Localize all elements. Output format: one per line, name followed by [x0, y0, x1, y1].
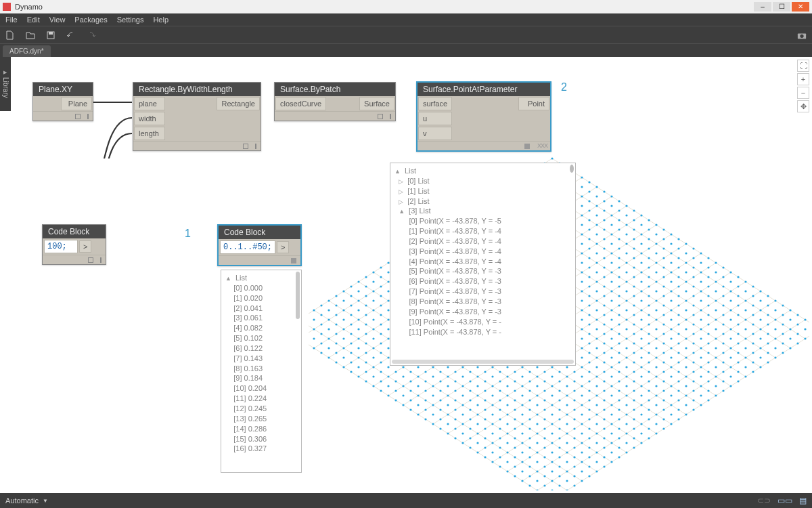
open-icon[interactable]: [26, 30, 35, 40]
svg-point-924: [469, 427, 471, 429]
svg-point-413: [595, 224, 597, 226]
tab-file[interactable]: ADFG.dyn*: [3, 45, 51, 57]
outport-point[interactable]: Point: [518, 97, 549, 110]
svg-point-1009: [685, 318, 687, 320]
svg-point-1344: [737, 371, 739, 373]
menu-packages[interactable]: Packages: [74, 16, 107, 24]
svg-point-444: [365, 371, 367, 373]
3d-view-icon[interactable]: ▭▭: [777, 496, 792, 505]
node-code-block-2[interactable]: Code Block 0..1..#50; >: [217, 224, 302, 266]
outport-plane[interactable]: Plane: [61, 97, 92, 110]
scrollbar-horizontal[interactable]: [392, 360, 574, 364]
menu-help[interactable]: Help: [153, 16, 168, 24]
outport-code[interactable]: >: [79, 240, 91, 253]
svg-point-557: [655, 224, 657, 226]
svg-point-1335: [804, 328, 806, 330]
svg-point-1150: [767, 304, 769, 306]
svg-point-1400: [603, 465, 605, 467]
inport-width[interactable]: width: [134, 112, 165, 125]
undo-icon[interactable]: [66, 30, 76, 40]
svg-point-1047: [685, 328, 687, 330]
svg-point-776: [439, 408, 441, 410]
inport-closedcurve[interactable]: closedCurve: [275, 97, 326, 110]
svg-point-916: [528, 389, 531, 391]
run-mode[interactable]: Automatic: [5, 496, 39, 505]
svg-point-853: [715, 261, 717, 263]
svg-point-993: [521, 413, 523, 415]
save-icon[interactable]: [46, 30, 55, 40]
svg-point-968: [707, 295, 709, 297]
svg-point-1342: [752, 361, 754, 363]
menu-view[interactable]: View: [49, 16, 66, 24]
detail-view-icon[interactable]: ▤: [799, 496, 807, 505]
outport-surface[interactable]: Surface: [359, 97, 394, 110]
svg-point-1308: [722, 371, 724, 373]
svg-point-1173: [595, 413, 597, 415]
svg-point-1061: [581, 394, 583, 396]
close-button[interactable]: ✕: [792, 2, 809, 12]
preview-list-codeblock[interactable]: ▲ List [0] 0.000 [1] 0.020 [2] 0.041 [3]…: [221, 270, 302, 473]
node-code-block-1[interactable]: Code Block 100; >: [42, 224, 106, 265]
svg-point-1396: [633, 446, 635, 448]
svg-point-1006: [707, 304, 709, 306]
svg-point-1288: [588, 446, 590, 448]
svg-point-1135: [595, 404, 597, 406]
run-mode-caret-icon[interactable]: ▼: [43, 498, 48, 504]
pan-icon[interactable]: ✥: [797, 100, 809, 112]
svg-point-1024: [573, 389, 575, 391]
svg-point-1184: [514, 465, 516, 467]
new-file-icon[interactable]: [5, 30, 15, 40]
svg-point-841: [521, 375, 523, 377]
inport-plane[interactable]: plane: [134, 97, 165, 110]
svg-point-858: [677, 285, 679, 287]
node-rectangle[interactable]: Rectangle.ByWidthLength plane width leng…: [133, 82, 261, 151]
svg-point-863: [640, 309, 642, 311]
svg-point-813: [447, 413, 449, 415]
svg-point-1088: [662, 352, 664, 354]
svg-point-1290: [573, 456, 575, 458]
fit-view-icon[interactable]: ⛶: [797, 60, 809, 72]
svg-point-979: [625, 347, 627, 349]
graph-view-icon[interactable]: ⊂⊃: [757, 496, 771, 505]
redo-icon[interactable]: [87, 30, 96, 40]
library-sidebar[interactable]: ▶ Library: [0, 57, 11, 111]
maximize-button[interactable]: ☐: [773, 2, 790, 12]
preview-list-points[interactable]: ▲ List ▷ [0] List ▷ [1] List ▷ [2] List …: [390, 163, 576, 366]
svg-point-1200: [677, 371, 679, 373]
svg-point-889: [447, 432, 449, 434]
inport-surface[interactable]: surface: [418, 97, 452, 110]
svg-point-1055: [625, 366, 627, 368]
zoom-in-icon[interactable]: +: [797, 73, 809, 85]
menu-settings[interactable]: Settings: [117, 16, 144, 24]
node-surface-pointatparameter[interactable]: Surface.PointAtParameter surface u v Poi…: [416, 81, 551, 152]
menu-file[interactable]: File: [5, 16, 18, 24]
svg-point-966: [722, 285, 724, 287]
svg-point-632: [662, 238, 664, 240]
camera-icon[interactable]: [797, 30, 807, 40]
svg-point-928: [722, 276, 724, 278]
svg-point-295: [342, 347, 344, 349]
svg-point-554: [394, 380, 397, 382]
outport-rectangle[interactable]: Rectangle: [217, 97, 260, 110]
svg-point-446: [633, 209, 635, 211]
scrollbar-vertical[interactable]: [570, 165, 574, 173]
svg-point-955: [521, 404, 523, 406]
outport-code[interactable]: >: [277, 241, 289, 253]
svg-point-1204: [648, 389, 650, 391]
node-plane-xy[interactable]: Plane.XY Plane: [32, 82, 93, 121]
scrollbar-vertical[interactable]: [296, 272, 300, 319]
inport-u[interactable]: u: [418, 112, 452, 125]
svg-point-596: [648, 238, 650, 240]
svg-point-849: [461, 413, 464, 415]
inport-length[interactable]: length: [134, 127, 165, 140]
code-input[interactable]: 100;: [44, 240, 78, 253]
graph-canvas[interactable]: Plane.XY Plane Rectangle.ByWidthLength p…: [11, 57, 812, 493]
code-input[interactable]: 0..1..#50;: [220, 240, 275, 254]
menu-edit[interactable]: Edit: [27, 16, 40, 24]
node-surface-bypatch[interactable]: Surface.ByPatch closedCurve Surface: [274, 82, 396, 121]
svg-point-1175: [581, 423, 583, 425]
minimize-button[interactable]: –: [754, 2, 771, 12]
inport-v[interactable]: v: [418, 127, 452, 140]
svg-point-1313: [685, 394, 687, 396]
zoom-out-icon[interactable]: −: [797, 87, 809, 99]
